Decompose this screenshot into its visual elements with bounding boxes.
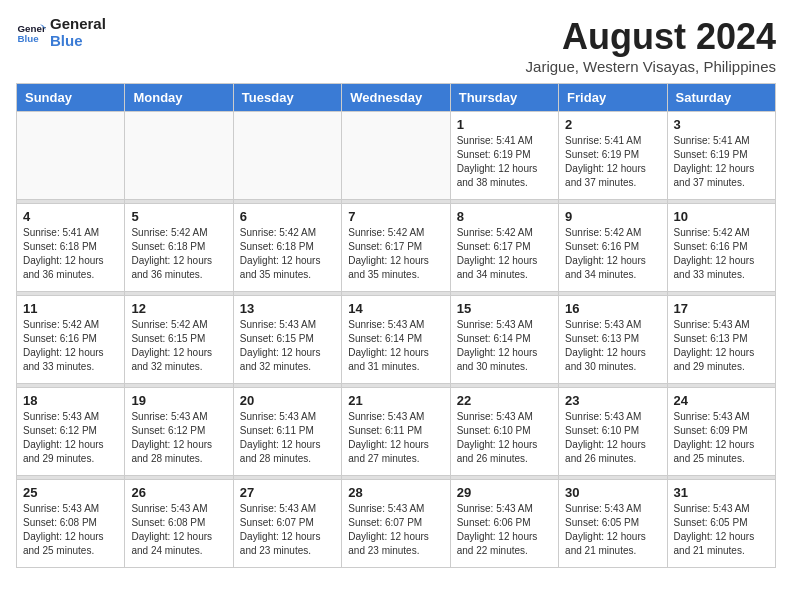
day-info: Sunrise: 5:42 AM Sunset: 6:16 PM Dayligh… [674,226,769,282]
calendar-cell: 22Sunrise: 5:43 AM Sunset: 6:10 PM Dayli… [450,388,558,476]
day-info: Sunrise: 5:43 AM Sunset: 6:14 PM Dayligh… [457,318,552,374]
day-number: 20 [240,393,335,408]
calendar-cell: 25Sunrise: 5:43 AM Sunset: 6:08 PM Dayli… [17,480,125,568]
day-number: 11 [23,301,118,316]
month-year-title: August 2024 [526,16,776,58]
day-info: Sunrise: 5:43 AM Sunset: 6:15 PM Dayligh… [240,318,335,374]
calendar-cell: 14Sunrise: 5:43 AM Sunset: 6:14 PM Dayli… [342,296,450,384]
day-number: 1 [457,117,552,132]
logo-icon: General Blue [16,18,46,48]
day-info: Sunrise: 5:43 AM Sunset: 6:13 PM Dayligh… [565,318,660,374]
calendar-week-row: 25Sunrise: 5:43 AM Sunset: 6:08 PM Dayli… [17,480,776,568]
header-thursday: Thursday [450,84,558,112]
calendar-week-row: 1Sunrise: 5:41 AM Sunset: 6:19 PM Daylig… [17,112,776,200]
logo: General Blue General Blue [16,16,106,49]
day-number: 27 [240,485,335,500]
calendar-cell: 20Sunrise: 5:43 AM Sunset: 6:11 PM Dayli… [233,388,341,476]
calendar-cell: 19Sunrise: 5:43 AM Sunset: 6:12 PM Dayli… [125,388,233,476]
calendar-cell: 9Sunrise: 5:42 AM Sunset: 6:16 PM Daylig… [559,204,667,292]
calendar-cell: 3Sunrise: 5:41 AM Sunset: 6:19 PM Daylig… [667,112,775,200]
day-info: Sunrise: 5:43 AM Sunset: 6:10 PM Dayligh… [565,410,660,466]
calendar-week-row: 11Sunrise: 5:42 AM Sunset: 6:16 PM Dayli… [17,296,776,384]
calendar-header-row: SundayMondayTuesdayWednesdayThursdayFrid… [17,84,776,112]
day-info: Sunrise: 5:41 AM Sunset: 6:19 PM Dayligh… [674,134,769,190]
calendar-cell: 16Sunrise: 5:43 AM Sunset: 6:13 PM Dayli… [559,296,667,384]
day-info: Sunrise: 5:43 AM Sunset: 6:09 PM Dayligh… [674,410,769,466]
calendar-cell [125,112,233,200]
day-info: Sunrise: 5:43 AM Sunset: 6:12 PM Dayligh… [131,410,226,466]
day-number: 24 [674,393,769,408]
calendar-cell: 8Sunrise: 5:42 AM Sunset: 6:17 PM Daylig… [450,204,558,292]
day-info: Sunrise: 5:42 AM Sunset: 6:17 PM Dayligh… [457,226,552,282]
day-info: Sunrise: 5:41 AM Sunset: 6:19 PM Dayligh… [565,134,660,190]
day-number: 6 [240,209,335,224]
day-info: Sunrise: 5:42 AM Sunset: 6:17 PM Dayligh… [348,226,443,282]
day-info: Sunrise: 5:43 AM Sunset: 6:13 PM Dayligh… [674,318,769,374]
day-info: Sunrise: 5:43 AM Sunset: 6:11 PM Dayligh… [348,410,443,466]
day-number: 29 [457,485,552,500]
day-info: Sunrise: 5:42 AM Sunset: 6:16 PM Dayligh… [23,318,118,374]
calendar-cell: 23Sunrise: 5:43 AM Sunset: 6:10 PM Dayli… [559,388,667,476]
calendar-cell: 5Sunrise: 5:42 AM Sunset: 6:18 PM Daylig… [125,204,233,292]
day-info: Sunrise: 5:43 AM Sunset: 6:07 PM Dayligh… [348,502,443,558]
day-info: Sunrise: 5:43 AM Sunset: 6:14 PM Dayligh… [348,318,443,374]
day-number: 3 [674,117,769,132]
calendar-cell: 6Sunrise: 5:42 AM Sunset: 6:18 PM Daylig… [233,204,341,292]
day-info: Sunrise: 5:42 AM Sunset: 6:18 PM Dayligh… [240,226,335,282]
header-friday: Friday [559,84,667,112]
calendar-cell: 11Sunrise: 5:42 AM Sunset: 6:16 PM Dayli… [17,296,125,384]
day-number: 10 [674,209,769,224]
day-info: Sunrise: 5:43 AM Sunset: 6:07 PM Dayligh… [240,502,335,558]
day-number: 8 [457,209,552,224]
calendar-cell: 18Sunrise: 5:43 AM Sunset: 6:12 PM Dayli… [17,388,125,476]
calendar-cell: 10Sunrise: 5:42 AM Sunset: 6:16 PM Dayli… [667,204,775,292]
day-info: Sunrise: 5:43 AM Sunset: 6:05 PM Dayligh… [674,502,769,558]
calendar-cell: 7Sunrise: 5:42 AM Sunset: 6:17 PM Daylig… [342,204,450,292]
day-number: 26 [131,485,226,500]
day-number: 14 [348,301,443,316]
day-number: 5 [131,209,226,224]
calendar-cell: 1Sunrise: 5:41 AM Sunset: 6:19 PM Daylig… [450,112,558,200]
svg-text:General: General [18,22,47,33]
header-tuesday: Tuesday [233,84,341,112]
calendar-cell: 27Sunrise: 5:43 AM Sunset: 6:07 PM Dayli… [233,480,341,568]
header-monday: Monday [125,84,233,112]
day-number: 28 [348,485,443,500]
calendar-cell: 12Sunrise: 5:42 AM Sunset: 6:15 PM Dayli… [125,296,233,384]
day-number: 25 [23,485,118,500]
calendar-cell: 26Sunrise: 5:43 AM Sunset: 6:08 PM Dayli… [125,480,233,568]
calendar-cell: 30Sunrise: 5:43 AM Sunset: 6:05 PM Dayli… [559,480,667,568]
day-number: 4 [23,209,118,224]
logo-blue: Blue [50,33,106,50]
header-sunday: Sunday [17,84,125,112]
day-info: Sunrise: 5:42 AM Sunset: 6:18 PM Dayligh… [131,226,226,282]
logo-general: General [50,16,106,33]
day-number: 30 [565,485,660,500]
day-info: Sunrise: 5:43 AM Sunset: 6:08 PM Dayligh… [23,502,118,558]
day-info: Sunrise: 5:43 AM Sunset: 6:05 PM Dayligh… [565,502,660,558]
calendar-cell [233,112,341,200]
calendar-week-row: 18Sunrise: 5:43 AM Sunset: 6:12 PM Dayli… [17,388,776,476]
day-number: 13 [240,301,335,316]
calendar-week-row: 4Sunrise: 5:41 AM Sunset: 6:18 PM Daylig… [17,204,776,292]
calendar-cell: 28Sunrise: 5:43 AM Sunset: 6:07 PM Dayli… [342,480,450,568]
day-info: Sunrise: 5:43 AM Sunset: 6:10 PM Dayligh… [457,410,552,466]
day-number: 15 [457,301,552,316]
day-number: 22 [457,393,552,408]
calendar-cell: 4Sunrise: 5:41 AM Sunset: 6:18 PM Daylig… [17,204,125,292]
calendar-cell: 21Sunrise: 5:43 AM Sunset: 6:11 PM Dayli… [342,388,450,476]
header: General Blue General Blue August 2024 Ja… [16,16,776,75]
day-info: Sunrise: 5:43 AM Sunset: 6:06 PM Dayligh… [457,502,552,558]
day-number: 18 [23,393,118,408]
calendar-cell: 29Sunrise: 5:43 AM Sunset: 6:06 PM Dayli… [450,480,558,568]
day-number: 21 [348,393,443,408]
calendar-cell [342,112,450,200]
calendar-cell [17,112,125,200]
day-info: Sunrise: 5:43 AM Sunset: 6:08 PM Dayligh… [131,502,226,558]
day-info: Sunrise: 5:43 AM Sunset: 6:11 PM Dayligh… [240,410,335,466]
day-number: 7 [348,209,443,224]
day-info: Sunrise: 5:43 AM Sunset: 6:12 PM Dayligh… [23,410,118,466]
svg-text:Blue: Blue [18,33,40,44]
header-saturday: Saturday [667,84,775,112]
calendar-table: SundayMondayTuesdayWednesdayThursdayFrid… [16,83,776,568]
